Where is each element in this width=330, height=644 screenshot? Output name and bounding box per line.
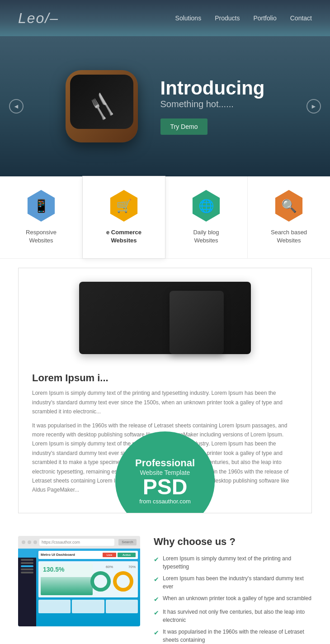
screenshot-main: Metro UI Dashboard Live Active 130.5% 70 (36, 549, 140, 626)
donut-chart-2 (113, 571, 133, 592)
tablet-device (170, 291, 224, 354)
try-demo-button[interactable]: Try Demo (160, 118, 208, 135)
nav-portfolio[interactable]: Portfolio (253, 14, 276, 22)
search-label: Search based Websites (255, 228, 323, 245)
psd-title1: Professional (135, 457, 195, 469)
why-item-5: ✔It was popularised in the 1960s with th… (154, 628, 312, 644)
check-icon-5: ✔ (154, 628, 159, 638)
search-hex-icon: 🔍 (273, 190, 305, 222)
browser-url: https://cssauthor.com (39, 539, 114, 546)
nav-solutions[interactable]: Solutions (175, 14, 202, 22)
blog-icon: 🌐 (190, 190, 222, 222)
hero-app-icon: 🍴 (66, 70, 138, 142)
browser-dot-2 (28, 540, 31, 544)
feature-responsive[interactable]: 📱 Responsive Websites (0, 176, 83, 258)
check-icon-2: ✔ (154, 575, 159, 584)
chevron-right-icon: ► (311, 103, 317, 110)
screenshot-header: Metro UI Dashboard Live Active (38, 551, 138, 559)
laptop-device (79, 282, 251, 354)
why-item-2: ✔Lorem Ipsum has been the industry's sta… (154, 574, 312, 591)
psd-title2: Website Template (140, 469, 190, 476)
ecommerce-label: e Commerce Websites (90, 228, 158, 245)
check-icon-3: ✔ (154, 595, 159, 604)
nav-products[interactable]: Products (215, 14, 240, 22)
main-nav: Solutions Products Portfolio Contact (175, 14, 312, 22)
responsive-label: Responsive Websites (7, 228, 75, 245)
features-section: 📱 Responsive Websites 🛒 e Commerce Websi… (0, 176, 330, 259)
feature-blog[interactable]: 🌐 Daily blog Websites (165, 176, 248, 258)
screenshot-chart: 130.5% 70% 60% (38, 561, 138, 597)
psd-label: PSD (143, 476, 188, 498)
screenshot-sidebar (18, 549, 36, 626)
check-icon-4: ✔ (154, 608, 159, 618)
hero-text: Introducing Something hot...... Try Demo (160, 78, 265, 134)
header: Leo/– Solutions Products Portfolio Conta… (0, 0, 330, 36)
search-btn[interactable]: Search (118, 539, 137, 545)
screenshot-content: Metro UI Dashboard Live Active 130.5% 70 (18, 549, 140, 626)
browser-dot-1 (22, 540, 25, 544)
check-icon-1: ✔ (154, 555, 159, 564)
fork-icon: 🍴 (83, 88, 120, 124)
browser-bar: https://cssauthor.com Search (18, 536, 140, 549)
showcase-devices (32, 282, 298, 363)
why-section: https://cssauthor.com Search Metro UI Da… (0, 522, 330, 644)
why-list: ✔Lorem Ipsum is simply dummy text of the… (154, 554, 312, 644)
lorem-para1: Lorem Ipsum is simply dummy text of the … (32, 388, 298, 416)
hero-next-button[interactable]: ► (306, 99, 321, 114)
showcase-section: Professional Website Template PSD from c… (18, 268, 312, 513)
why-text: Why choose us ? ✔Lorem Ipsum is simply d… (154, 536, 312, 644)
screenshot-bottom-row (38, 600, 138, 613)
why-item-1: ✔Lorem Ipsum is simply dummy text of the… (154, 554, 312, 571)
lorem-heading: Lorem Ipsum i... (32, 372, 298, 384)
why-item-4: ✔It has survived not only five centuries… (154, 608, 312, 624)
why-screenshot: https://cssauthor.com Search Metro UI Da… (18, 536, 140, 626)
hero-section: ◄ 🍴 Introducing Something hot...... Try … (0, 36, 330, 176)
hero-heading: Introducing (160, 78, 265, 99)
hero-prev-button[interactable]: ◄ (9, 99, 24, 114)
feature-search[interactable]: 🔍 Search based Websites (248, 176, 330, 258)
ecommerce-icon: 🛒 (108, 190, 140, 222)
feature-ecommerce[interactable]: 🛒 e Commerce Websites (82, 176, 165, 259)
why-heading: Why choose us ? (154, 536, 312, 548)
chevron-left-icon: ◄ (13, 103, 19, 110)
browser-dot-3 (33, 540, 37, 544)
hero-subheading: Something hot...... (160, 99, 265, 109)
donut-chart-1 (90, 571, 111, 592)
bar-chart: 130.5% (41, 564, 93, 595)
logo: Leo/– (18, 10, 59, 27)
psd-from: from cssauthor.com (139, 498, 190, 505)
why-item-3: ✔When an unknown printer took a galley o… (154, 594, 312, 604)
responsive-icon: 📱 (25, 190, 57, 222)
blog-label: Daily blog Websites (172, 228, 240, 245)
nav-contact[interactable]: Contact (290, 14, 312, 22)
